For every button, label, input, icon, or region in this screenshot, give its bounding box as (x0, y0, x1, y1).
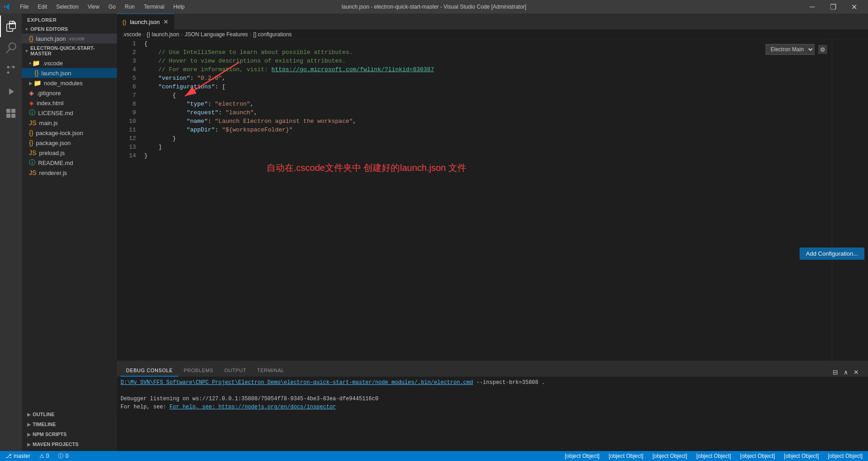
panel-up-btn[interactable]: ∧ (842, 368, 850, 377)
menu-run[interactable]: Run (121, 3, 138, 11)
encoding-label: [object Object] (652, 453, 687, 459)
svg-rect-6 (11, 114, 15, 118)
panel-layout-btn[interactable]: ⊟ (831, 368, 840, 377)
file-readme-md[interactable]: ⓘ README.md (22, 158, 117, 168)
status-encoding[interactable]: [object Object] (650, 453, 689, 459)
folder-vscode[interactable]: ▾ 📁 .vscode (22, 58, 117, 68)
status-warnings[interactable]: ⓘ 0 (56, 452, 70, 460)
close-button[interactable]: ✕ (844, 0, 864, 14)
menu-go[interactable]: Go (105, 3, 119, 11)
menu-file[interactable]: File (16, 3, 32, 11)
open-editor-launch-json[interactable]: {} launch.json .vscode (22, 34, 117, 44)
add-configuration-button[interactable]: Add Configuration... (800, 247, 864, 260)
open-editors-label: OPEN EDITORS (30, 26, 68, 32)
menu-help[interactable]: Help (170, 3, 189, 11)
panel-line-help: For help, see: For help, see: https://no… (121, 403, 864, 411)
file-package-lock-json[interactable]: {} package-lock.json (22, 128, 117, 138)
status-branch[interactable]: ⎇ master (4, 453, 32, 459)
file-renderer-js[interactable]: JS renderer.js (22, 168, 117, 178)
formatter-label: [object Object] (784, 453, 819, 459)
tab-close-btn[interactable]: ✕ (163, 18, 169, 25)
breadcrumb-vscode[interactable]: .vscode (122, 31, 141, 38)
status-link[interactable]: [object Object] (826, 453, 864, 459)
file-tree-header[interactable]: ▾ ELECTRON-QUICK-START-MASTER (22, 44, 117, 58)
maven-chevron: ▶ (27, 442, 31, 447)
preload-js-name: preload.js (39, 150, 64, 156)
file-license-md[interactable]: ⓘ LICENSE.md (22, 108, 117, 118)
menu-edit[interactable]: Edit (34, 3, 51, 11)
activity-source-control[interactable] (0, 59, 22, 81)
panel-close-btn[interactable]: ✕ (852, 368, 861, 377)
sidebar-title: Explorer (22, 14, 117, 24)
outline-section[interactable]: ▶ OUTLINE (22, 409, 117, 419)
activity-search[interactable] (0, 37, 22, 59)
status-language[interactable]: [object Object] (738, 453, 777, 459)
cmd-path[interactable]: D:\My_SVN\FFS_Software\CNPC_Project\Elec… (121, 379, 473, 386)
tab-problems[interactable]: PROBLEMS (178, 365, 219, 377)
readme-md-name: README.md (38, 160, 73, 166)
tab-terminal[interactable]: TERMINAL (252, 365, 290, 377)
npm-scripts-section[interactable]: ▶ NPM SCRIPTS (22, 429, 117, 439)
outline-label: OUTLINE (33, 412, 54, 417)
main-js-name: main.js (39, 120, 58, 126)
warning-icon: ⓘ (58, 452, 63, 460)
menu-view[interactable]: View (84, 3, 103, 11)
vscode-folder-name: .vscode (43, 60, 63, 67)
preload-icon: JS (29, 149, 36, 156)
status-formatter[interactable]: [object Object] (782, 453, 821, 459)
svg-rect-3 (6, 109, 10, 113)
debug-config-select[interactable]: Electron Main (766, 44, 815, 55)
status-blog-link: [object Object] (828, 453, 863, 459)
file-launch-json[interactable]: {} launch.json (22, 68, 117, 78)
branch-icon: ⎇ (5, 453, 12, 459)
code-content[interactable]: { // Use IntelliSense to learn about pos… (140, 39, 832, 360)
npm-chevron: ▶ (27, 432, 31, 437)
help-link[interactable]: For help, see: https://nodejs.org/en/doc… (170, 404, 336, 410)
tab-debug-console[interactable]: DEBUG CONSOLE (121, 365, 178, 377)
breadcrumb-configurations[interactable]: [] configurations (253, 31, 292, 38)
activity-extensions[interactable] (0, 102, 22, 124)
file-gitignore[interactable]: ◈ .gitignore (22, 88, 117, 98)
maven-section[interactable]: ▶ MAVEN PROJECTS (22, 439, 117, 449)
svg-point-1 (7, 72, 10, 74)
outline-chevron: ▶ (27, 412, 31, 417)
breadcrumb-json-features[interactable]: JSON Language Features (184, 31, 247, 38)
title-bar-menu: File Edit Selection View Go Run Terminal… (16, 3, 188, 11)
debug-settings-icon[interactable]: ⚙ (818, 45, 827, 54)
menu-terminal[interactable]: Terminal (140, 3, 168, 11)
node-modules-name: node_modules (44, 80, 82, 87)
activity-bar (0, 14, 22, 451)
main-area: Explorer ▾ OPEN EDITORS {} launch.json .… (0, 14, 868, 451)
file-package-json[interactable]: {} package.json (22, 138, 117, 148)
timeline-section[interactable]: ▶ TIMELINE (22, 419, 117, 429)
file-index-html[interactable]: ◈ index.html (22, 98, 117, 108)
file-preload-js[interactable]: JS preload.js (22, 148, 117, 158)
html-icon: ◈ (29, 99, 34, 107)
readme-icon: ⓘ (29, 159, 35, 167)
tab-launch-json[interactable]: {} launch.json ✕ (117, 14, 175, 29)
bottom-panel: DEBUG CONSOLE PROBLEMS OUTPUT TERMINAL ⊟… (117, 360, 868, 451)
minimize-button[interactable]: ─ (802, 0, 823, 14)
maximize-button[interactable]: ❐ (823, 0, 844, 14)
activity-explorer[interactable] (0, 15, 22, 37)
package-json-name: package.json (36, 140, 71, 146)
folder-node-modules[interactable]: ▶ 📁 node_modules (22, 78, 117, 88)
open-editors-header[interactable]: ▾ OPEN EDITORS (22, 24, 117, 34)
maven-label: MAVEN PROJECTS (33, 442, 78, 447)
menu-selection[interactable]: Selection (53, 3, 82, 11)
status-errors[interactable]: ⚠ 0 (38, 453, 51, 459)
status-spaces[interactable]: [object Object] (607, 453, 645, 459)
activity-run[interactable] (0, 81, 22, 102)
status-eol[interactable]: [object Object] (694, 453, 733, 459)
cmd-suffix: --inspect-brk=35808 . (476, 379, 545, 386)
tab-output[interactable]: OUTPUT (219, 365, 252, 377)
file-tree: ▾ 📁 .vscode {} launch.json ▶ 📁 node_modu… (22, 58, 117, 408)
launch-json-name: launch.json (41, 70, 71, 77)
breadcrumb-sep-2: › (181, 31, 183, 38)
panel-line-debugger: Debugger listening on ws://127.0.0.1:358… (121, 395, 864, 403)
breadcrumb-launch-json[interactable]: {} launch.json (146, 31, 179, 38)
file-main-js[interactable]: JS main.js (22, 118, 117, 128)
pkg-lock-icon: {} (29, 129, 33, 136)
svg-point-2 (13, 66, 15, 68)
status-cursor[interactable]: [object Object] (563, 453, 601, 459)
